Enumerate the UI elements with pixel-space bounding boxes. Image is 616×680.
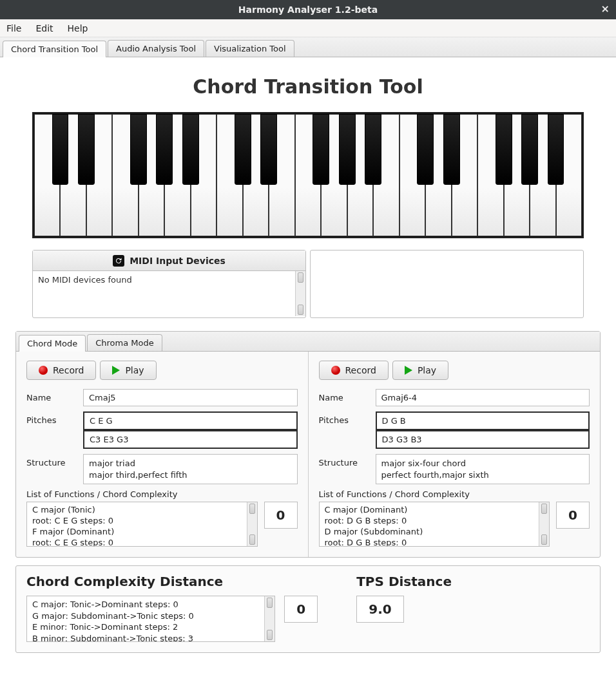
midi-output-panel bbox=[310, 250, 584, 318]
pitches-label: Pitches bbox=[319, 411, 369, 425]
close-icon[interactable]: × bbox=[601, 3, 610, 15]
name-label: Name bbox=[319, 389, 369, 402]
structure-label: Structure bbox=[319, 454, 369, 468]
piano-black-key[interactable] bbox=[417, 114, 434, 185]
functions-label-left: List of Functions / Chord Complexity bbox=[26, 489, 298, 499]
name-value-right: Gmaj6-4 bbox=[376, 389, 590, 406]
pitch-classes-left[interactable]: C E G bbox=[83, 411, 298, 430]
piano-black-key[interactable] bbox=[521, 114, 538, 185]
chord-panel-right: Record Play Name Gmaj6-4 Pitches D G B D… bbox=[309, 352, 601, 557]
functions-label-right: List of Functions / Chord Complexity bbox=[319, 489, 590, 499]
record-button-right[interactable]: Record bbox=[319, 361, 389, 380]
midi-device-list[interactable]: No MIDI devices found bbox=[33, 271, 295, 316]
functions-list-left[interactable]: C major (Tonic) root: C E G steps: 0 F m… bbox=[26, 502, 258, 547]
complexity-value-left: 0 bbox=[264, 502, 298, 529]
complexity-value-right: 0 bbox=[556, 502, 590, 529]
piano-black-key[interactable] bbox=[130, 114, 147, 185]
record-label: Record bbox=[53, 365, 84, 375]
tps-section: TPS Distance 9.0 bbox=[356, 574, 590, 642]
pitches-left[interactable]: C3 E3 G3 bbox=[83, 430, 298, 449]
refresh-icon bbox=[113, 255, 124, 267]
window-titlebar: Harmony Analyser 1.2-beta × bbox=[0, 0, 616, 19]
structure-right: major six-four chord perfect fourth,majo… bbox=[376, 454, 590, 484]
window-title: Harmony Analyser 1.2-beta bbox=[238, 5, 378, 15]
tab-visualization[interactable]: Visualization Tool bbox=[206, 40, 294, 57]
piano-black-key[interactable] bbox=[260, 114, 277, 185]
chord-panel-left: Record Play Name Cmaj5 Pitches C E G C3 … bbox=[16, 352, 309, 557]
piano-black-key[interactable] bbox=[52, 114, 69, 185]
piano-black-key[interactable] bbox=[182, 114, 199, 185]
menu-bar: File Edit Help bbox=[0, 19, 616, 37]
piano-black-key[interactable] bbox=[365, 114, 381, 185]
ccd-section: Chord Complexity Distance C major: Tonic… bbox=[26, 574, 318, 642]
midi-devices-panel: MIDI Input Devices No MIDI devices found bbox=[32, 250, 306, 318]
midi-header-label: MIDI Input Devices bbox=[130, 256, 226, 266]
piano-black-key[interactable] bbox=[313, 114, 329, 185]
ccd-value: 0 bbox=[284, 596, 318, 623]
piano-black-key[interactable] bbox=[548, 114, 564, 185]
play-label: Play bbox=[418, 365, 436, 375]
functions-list-right[interactable]: C major (Dominant) root: D G B steps: 0 … bbox=[319, 502, 550, 547]
mode-tabbar: Chord Mode Chroma Mode bbox=[16, 332, 600, 352]
piano-black-key[interactable] bbox=[235, 114, 251, 185]
record-icon bbox=[39, 366, 48, 375]
play-label: Play bbox=[125, 365, 144, 375]
midi-devices-refresh-button[interactable]: MIDI Input Devices bbox=[33, 250, 305, 271]
ccd-list[interactable]: C major: Tonic->Dominant steps: 0 G majo… bbox=[26, 596, 275, 642]
tab-chord-transition[interactable]: Chord Transition Tool bbox=[3, 41, 106, 57]
main-tabbar: Chord Transition Tool Audio Analysis Too… bbox=[0, 37, 616, 57]
scrollbar[interactable] bbox=[539, 502, 549, 546]
record-label: Record bbox=[345, 365, 376, 375]
play-icon bbox=[112, 366, 120, 375]
tab-chroma-mode[interactable]: Chroma Mode bbox=[87, 334, 162, 351]
record-button-left[interactable]: Record bbox=[26, 361, 96, 380]
pitches-label: Pitches bbox=[26, 411, 77, 425]
piano-black-key[interactable] bbox=[443, 114, 460, 185]
piano-black-key[interactable] bbox=[496, 114, 512, 185]
tab-chord-mode[interactable]: Chord Mode bbox=[19, 335, 86, 352]
play-button-right[interactable]: Play bbox=[392, 361, 448, 380]
scrollbar[interactable] bbox=[264, 596, 274, 641]
name-value-left: Cmaj5 bbox=[83, 389, 298, 406]
pitch-classes-right[interactable]: D G B bbox=[376, 411, 590, 430]
midi-status-text: No MIDI devices found bbox=[38, 275, 290, 285]
menu-file[interactable]: File bbox=[6, 23, 21, 33]
scrollbar[interactable] bbox=[295, 271, 305, 316]
piano-black-key[interactable] bbox=[156, 114, 173, 185]
structure-label: Structure bbox=[26, 454, 77, 468]
menu-edit[interactable]: Edit bbox=[35, 23, 53, 33]
piano-black-key[interactable] bbox=[78, 114, 95, 185]
pitches-right[interactable]: D3 G3 B3 bbox=[376, 430, 590, 449]
tps-title: TPS Distance bbox=[356, 574, 590, 589]
piano-black-key[interactable] bbox=[339, 114, 356, 185]
piano-keyboard[interactable] bbox=[32, 112, 584, 238]
page-title: Chord Transition Tool bbox=[6, 75, 610, 98]
ccd-title: Chord Complexity Distance bbox=[26, 574, 318, 589]
structure-left: major triad major third,perfect fifth bbox=[83, 454, 298, 484]
play-icon bbox=[405, 366, 412, 375]
play-button-left[interactable]: Play bbox=[100, 361, 156, 380]
record-icon bbox=[331, 366, 340, 375]
tps-value: 9.0 bbox=[356, 596, 403, 623]
menu-help[interactable]: Help bbox=[68, 23, 88, 33]
tab-audio-analysis[interactable]: Audio Analysis Tool bbox=[108, 40, 204, 57]
name-label: Name bbox=[26, 389, 77, 402]
scrollbar[interactable] bbox=[247, 502, 257, 546]
